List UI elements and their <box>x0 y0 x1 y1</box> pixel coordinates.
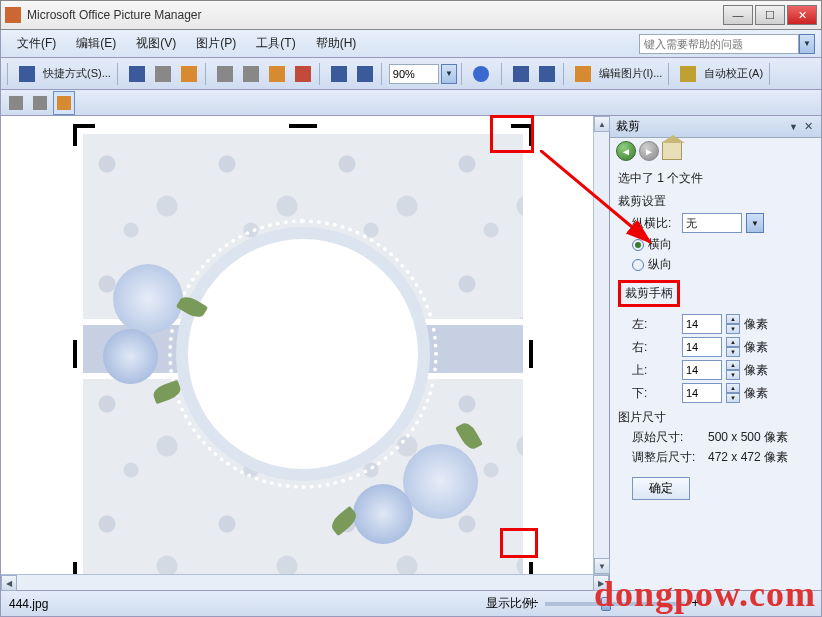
ok-button[interactable]: 确定 <box>632 477 690 500</box>
delete-icon[interactable] <box>291 62 315 86</box>
crop-top-spinner[interactable]: ▲▼ <box>726 360 740 380</box>
vertical-scrollbar[interactable]: ▲ ▼ <box>593 116 609 574</box>
app-icon <box>5 7 21 23</box>
crop-left-spinner[interactable]: ▲▼ <box>726 314 740 334</box>
scroll-left-button[interactable]: ◀ <box>1 575 17 591</box>
menu-help[interactable]: 帮助(H) <box>306 32 367 55</box>
original-size-label: 原始尺寸: <box>632 429 704 446</box>
crop-handle-bl[interactable] <box>73 562 95 574</box>
toolbar-main: 快捷方式(S)... ▼ 编辑图片(I)... 自动校正(A) <box>0 58 822 90</box>
crop-panel: 裁剪 ▼ ✕ ◄ ► 选中了 1 个文件 裁剪设置 纵横比: 无 ▼ 横向 纵向 <box>609 116 821 590</box>
redo-icon[interactable] <box>353 62 377 86</box>
crop-right-label: 右: <box>632 339 678 356</box>
auto-correct-icon[interactable] <box>676 62 700 86</box>
crop-left-input[interactable] <box>682 314 722 334</box>
orientation-vertical-label: 纵向 <box>648 256 672 273</box>
help-search-input[interactable] <box>639 34 799 54</box>
rotate-right-icon[interactable] <box>535 62 559 86</box>
crop-handle-br[interactable] <box>511 562 533 574</box>
menu-tools[interactable]: 工具(T) <box>246 32 305 55</box>
print-icon[interactable] <box>151 62 175 86</box>
filmstrip-view-icon[interactable] <box>29 91 51 115</box>
zoom-input[interactable] <box>389 64 439 84</box>
menu-picture[interactable]: 图片(P) <box>186 32 246 55</box>
canvas-area: ▲ ▼ ◀ ▶ <box>1 116 609 590</box>
window-title: Microsoft Office Picture Manager <box>27 8 723 22</box>
nav-forward-button[interactable]: ► <box>639 141 659 161</box>
scroll-down-button[interactable]: ▼ <box>594 558 610 574</box>
menu-view[interactable]: 视图(V) <box>126 32 186 55</box>
panel-titlebar: 裁剪 ▼ ✕ <box>610 116 821 138</box>
minimize-button[interactable]: — <box>723 5 753 25</box>
view-toolbar <box>0 90 822 116</box>
horizontal-scrollbar[interactable]: ◀ ▶ <box>1 574 609 590</box>
image-content <box>83 134 523 574</box>
crop-region[interactable] <box>73 124 533 574</box>
help-dropdown-button[interactable]: ▼ <box>799 34 815 54</box>
panel-close-button[interactable]: ✕ <box>802 120 815 133</box>
edit-picture-icon[interactable] <box>571 62 595 86</box>
thumbnail-view-icon[interactable] <box>5 91 27 115</box>
crop-bottom-spinner[interactable]: ▲▼ <box>726 383 740 403</box>
resized-size-label: 调整后尺寸: <box>632 449 704 466</box>
single-view-icon[interactable] <box>53 91 75 115</box>
zoom-slider[interactable] <box>545 602 685 606</box>
orientation-horizontal-radio[interactable] <box>632 239 644 251</box>
cut-icon[interactable] <box>213 62 237 86</box>
image-canvas[interactable] <box>1 116 593 574</box>
undo-icon[interactable] <box>327 62 351 86</box>
crop-handle-right[interactable] <box>529 340 533 368</box>
orientation-horizontal-label: 横向 <box>648 236 672 253</box>
crop-bottom-label: 下: <box>632 385 678 402</box>
panel-title: 裁剪 <box>616 118 640 135</box>
annotation-box-top-right-handle <box>490 115 534 153</box>
crop-top-label: 上: <box>632 362 678 379</box>
edit-picture-button[interactable]: 编辑图片(I)... <box>597 66 665 81</box>
aspect-ratio-select[interactable]: 无 <box>682 213 742 233</box>
crop-handle-top[interactable] <box>289 124 317 128</box>
zoom-label: 显示比例: <box>486 595 537 612</box>
save-icon[interactable] <box>125 62 149 86</box>
annotation-crop-handle-label: 裁剪手柄 <box>618 280 680 307</box>
crop-left-label: 左: <box>632 316 678 333</box>
maximize-button[interactable]: ☐ <box>755 5 785 25</box>
zoom-dropdown-button[interactable]: ▼ <box>441 64 457 84</box>
aspect-ratio-label: 纵横比: <box>632 215 678 232</box>
scroll-up-button[interactable]: ▲ <box>594 116 610 132</box>
resized-size-value: 472 x 472 像素 <box>708 449 788 466</box>
crop-right-input[interactable] <box>682 337 722 357</box>
close-button[interactable]: ✕ <box>787 5 817 25</box>
crop-top-input[interactable] <box>682 360 722 380</box>
zoom-slider-thumb[interactable] <box>601 597 611 611</box>
crop-handle-tl[interactable] <box>73 124 95 146</box>
menu-edit[interactable]: 编辑(E) <box>66 32 126 55</box>
menu-file[interactable]: 文件(F) <box>7 32 66 55</box>
panel-menu-button[interactable]: ▼ <box>785 122 802 132</box>
panel-nav: ◄ ► <box>610 138 821 164</box>
auto-correct-button[interactable]: 自动校正(A) <box>702 66 765 81</box>
selected-count: 选中了 1 个文件 <box>618 170 813 187</box>
copy-icon[interactable] <box>239 62 263 86</box>
crop-settings-label: 裁剪设置 <box>618 193 813 210</box>
crop-bottom-input[interactable] <box>682 383 722 403</box>
filename-label: 444.jpg <box>9 597 169 611</box>
orientation-vertical-radio[interactable] <box>632 259 644 271</box>
crop-right-spinner[interactable]: ▲▼ <box>726 337 740 357</box>
shortcut-icon[interactable] <box>15 62 39 86</box>
original-size-value: 500 x 500 像素 <box>708 429 788 446</box>
scroll-right-button[interactable]: ▶ <box>593 575 609 591</box>
status-bar: 444.jpg 显示比例: <box>0 591 822 617</box>
nav-back-button[interactable]: ◄ <box>616 141 636 161</box>
rotate-left-icon[interactable] <box>509 62 533 86</box>
crop-handle-left[interactable] <box>73 340 77 368</box>
annotation-box-bottom-right-handle <box>500 528 538 558</box>
mail-icon[interactable] <box>177 62 201 86</box>
aspect-ratio-dropdown-button[interactable]: ▼ <box>746 213 764 233</box>
nav-home-button[interactable] <box>662 142 682 160</box>
picture-size-label: 图片尺寸 <box>618 409 813 426</box>
shortcut-button[interactable]: 快捷方式(S)... <box>41 66 113 81</box>
help-icon[interactable] <box>469 62 493 86</box>
menu-bar: 文件(F) 编辑(E) 视图(V) 图片(P) 工具(T) 帮助(H) ▼ <box>0 30 822 58</box>
window-titlebar: Microsoft Office Picture Manager — ☐ ✕ <box>0 0 822 30</box>
paste-icon[interactable] <box>265 62 289 86</box>
